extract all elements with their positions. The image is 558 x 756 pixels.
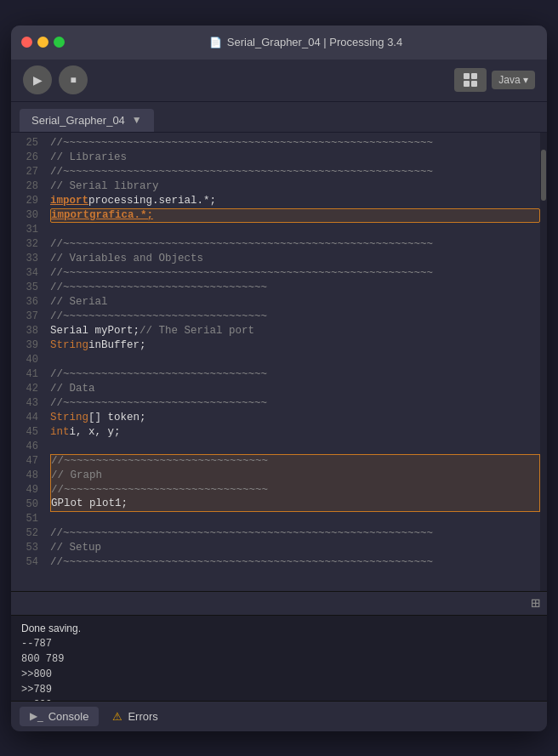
play-button[interactable]: ▶ xyxy=(23,65,52,94)
code-line: // Libraries xyxy=(50,151,540,165)
code-line: // Graph xyxy=(50,469,540,483)
code-line: String[] token; xyxy=(50,411,540,425)
code-line: //~~~~~~~~~~~~~~~~~~~~~~~~~~~~~~~~~~~~~~… xyxy=(50,266,540,281)
close-button[interactable] xyxy=(21,37,32,48)
line-numbers: 2526272829303132333435363738394041424344… xyxy=(11,133,45,591)
line-number: 35 xyxy=(11,281,38,295)
code-line: // Data xyxy=(50,382,540,396)
tab-errors[interactable]: ⚠ Errors xyxy=(102,707,168,726)
code-content[interactable]: //~~~~~~~~~~~~~~~~~~~~~~~~~~~~~~~~~~~~~~… xyxy=(45,133,540,591)
line-number: 36 xyxy=(11,295,38,310)
traffic-lights xyxy=(21,37,65,48)
line-number: 48 xyxy=(11,469,38,483)
code-line: // Variables and Objects xyxy=(50,252,540,266)
line-number: 33 xyxy=(11,252,38,266)
tab-console[interactable]: ▶_ Console xyxy=(20,707,99,726)
console-line: --787 xyxy=(21,636,537,651)
main-window: 📄 Serial_Grapher_04 | Processing 3.4 ▶ ■… xyxy=(11,26,547,731)
code-line: //~~~~~~~~~~~~~~~~~~~~~~~~~~~~~~~~~~~~~~… xyxy=(50,165,540,179)
line-number: 31 xyxy=(11,223,38,237)
line-number: 26 xyxy=(11,151,38,165)
debugger-icon xyxy=(464,73,477,87)
bottom-panel: ⊞ Done saving. --787800 789>>800>>789--8… xyxy=(11,591,547,731)
toolbar-right: Java ▾ xyxy=(454,68,535,92)
done-saving-text: Done saving. xyxy=(21,621,537,636)
code-scroll: 2526272829303132333435363738394041424344… xyxy=(11,133,547,591)
debugger-button[interactable] xyxy=(454,68,487,92)
code-line: // Setup xyxy=(50,541,540,555)
code-line: //~~~~~~~~~~~~~~~~~~~~~~~~~~~~~~~~ xyxy=(50,483,540,497)
line-number: 51 xyxy=(11,512,38,526)
code-line xyxy=(50,440,540,454)
line-number: 39 xyxy=(11,338,38,353)
line-number: 50 xyxy=(11,497,38,512)
code-line: // Serial library xyxy=(50,179,540,194)
minimize-button[interactable] xyxy=(37,37,48,48)
tab-dropdown-button[interactable]: ▼ xyxy=(132,114,142,126)
code-line: int i, x, y; xyxy=(50,425,540,440)
scrollbar[interactable] xyxy=(540,133,547,591)
bottom-toolbar: ⊞ xyxy=(11,592,547,616)
toolbar: ▶ ■ Java ▾ xyxy=(11,60,547,102)
line-number: 42 xyxy=(11,382,38,396)
code-line: //~~~~~~~~~~~~~~~~~~~~~~~~~~~~~~~~ xyxy=(50,310,540,324)
console-line: >>789 xyxy=(21,682,537,697)
code-line: //~~~~~~~~~~~~~~~~~~~~~~~~~~~~~~~~~~~~~~… xyxy=(50,136,540,151)
console-output: Done saving. --787800 789>>800>>789--800… xyxy=(11,616,547,701)
line-number: 49 xyxy=(11,483,38,497)
code-line: //~~~~~~~~~~~~~~~~~~~~~~~~~~~~~~~~ xyxy=(50,454,540,469)
code-line: // Serial xyxy=(50,295,540,310)
line-number: 41 xyxy=(11,367,38,382)
code-line: String inBuffer; xyxy=(50,338,540,353)
console-icon: ▶_ xyxy=(30,710,43,722)
line-number: 25 xyxy=(11,136,38,151)
code-line: //~~~~~~~~~~~~~~~~~~~~~~~~~~~~~~~~~~~~~~… xyxy=(50,237,540,252)
line-number: 53 xyxy=(11,541,38,555)
code-line xyxy=(50,223,540,237)
code-line: //~~~~~~~~~~~~~~~~~~~~~~~~~~~~~~~~~~~~~~… xyxy=(50,555,540,570)
code-line: Serial myPort; // The Serial port xyxy=(50,324,540,338)
tabbar: Serial_Grapher_04 ▼ xyxy=(11,102,547,133)
code-line xyxy=(50,512,540,526)
warning-icon: ⚠ xyxy=(112,710,122,723)
line-number: 52 xyxy=(11,526,38,541)
code-line: //~~~~~~~~~~~~~~~~~~~~~~~~~~~~~~~~ xyxy=(50,367,540,382)
line-number: 37 xyxy=(11,310,38,324)
line-number: 47 xyxy=(11,454,38,469)
line-number: 28 xyxy=(11,179,38,194)
expand-icon[interactable]: ⊞ xyxy=(531,594,540,612)
line-number: 40 xyxy=(11,353,38,367)
console-line: 800 789 xyxy=(21,651,537,667)
line-number: 34 xyxy=(11,266,38,281)
console-line: >>800 xyxy=(21,667,537,682)
stop-button[interactable]: ■ xyxy=(59,65,88,94)
tab-serial-grapher[interactable]: Serial_Grapher_04 ▼ xyxy=(20,109,154,132)
code-line: //~~~~~~~~~~~~~~~~~~~~~~~~~~~~~~~~ xyxy=(50,281,540,295)
line-number: 27 xyxy=(11,165,38,179)
file-icon: 📄 xyxy=(209,37,222,48)
line-number: 54 xyxy=(11,555,38,570)
line-number: 44 xyxy=(11,411,38,425)
line-number: 43 xyxy=(11,396,38,411)
maximize-button[interactable] xyxy=(54,37,65,48)
bottom-tabs: ▶_ Console ⚠ Errors xyxy=(11,701,547,731)
code-line xyxy=(50,353,540,367)
code-area: 2526272829303132333435363738394041424344… xyxy=(11,133,547,591)
line-number: 45 xyxy=(11,425,38,440)
window-title: 📄 Serial_Grapher_04 | Processing 3.4 xyxy=(75,36,537,48)
code-line: GPlot plot1; xyxy=(50,497,540,512)
line-number: 32 xyxy=(11,237,38,252)
line-number: 29 xyxy=(11,194,38,208)
code-line: //~~~~~~~~~~~~~~~~~~~~~~~~~~~~~~~~ xyxy=(50,396,540,411)
code-line: //~~~~~~~~~~~~~~~~~~~~~~~~~~~~~~~~~~~~~~… xyxy=(50,526,540,541)
line-number: 46 xyxy=(11,440,38,454)
line-number: 30 xyxy=(11,208,38,223)
code-line: import grafica.*; xyxy=(50,208,540,223)
scrollbar-thumb xyxy=(541,150,546,201)
titlebar: 📄 Serial_Grapher_04 | Processing 3.4 xyxy=(11,26,547,60)
line-number: 38 xyxy=(11,324,38,338)
java-dropdown[interactable]: Java ▾ xyxy=(492,71,535,89)
code-line: import processing.serial.*; xyxy=(50,194,540,208)
